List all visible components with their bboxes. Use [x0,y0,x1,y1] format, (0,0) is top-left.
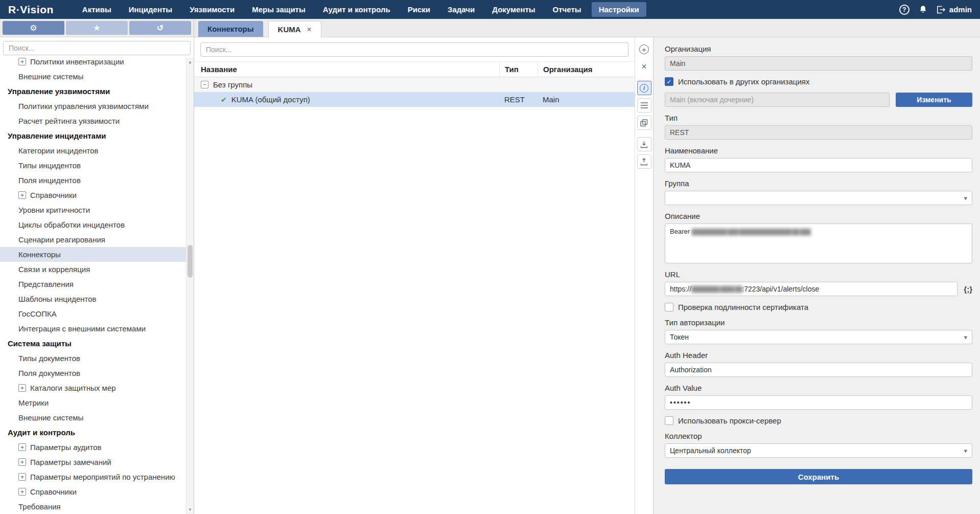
scroll-down-icon[interactable]: ▼ [186,507,194,512]
list-search-input[interactable] [200,42,628,57]
favorites-tab-button[interactable]: ★ [66,21,128,35]
share-org-checkbox-row[interactable]: Использовать в других организациях [665,77,972,86]
nav-item[interactable]: Риски [401,2,437,17]
sidebar-tree-item[interactable]: + Политики управления уязвимостями [0,99,186,114]
nav-item[interactable]: Инциденты [122,2,179,17]
history-tab-button[interactable]: ↺ [129,21,191,35]
sidebar-tree-item[interactable]: + Метрики [0,395,186,410]
tree-item-label: Каталоги защитных мер [30,384,116,392]
user-menu[interactable]: admin [937,5,972,14]
collapse-icon[interactable]: − [201,81,208,88]
cert-checkbox-row[interactable]: Проверка подлинности сертификата [665,303,972,311]
description-textarea[interactable]: Bearer ██████████ ███ ███████████████ ██… [665,224,972,263]
close-tab-icon[interactable]: × [307,26,312,34]
table-icon[interactable] [637,98,651,113]
tab-kuma[interactable]: KUMA × [268,21,321,37]
sidebar-tree-item[interactable]: + Связи и корреляция [0,262,186,277]
shared-check-icon: ✔ [221,96,227,104]
notifications-icon[interactable] [919,5,927,14]
group-select[interactable]: ▾ [665,191,972,205]
nav-item[interactable]: Уязвимости [182,2,242,17]
sidebar-tree-item[interactable]: + ГосСОПКА [0,306,186,321]
sidebar-tree-item[interactable]: + Типы документов [0,351,186,366]
auth-type-select[interactable]: Токен ▾ [665,330,972,344]
sidebar-tree-item[interactable]: + Параметры замечаний [0,455,186,470]
sidebar-tree-item[interactable]: + Типы инцидентов [0,158,186,173]
sidebar-tree-item[interactable]: + Категории инцидентов [0,143,186,158]
connectors-list-panel: Название Тип Организация − Без группы [194,37,635,514]
expand-icon[interactable]: + [18,443,26,451]
logout-icon[interactable] [937,6,945,14]
nav-item[interactable]: Активы [75,2,119,17]
sidebar-tree-item[interactable]: + Параметры мероприятий по устранению [0,470,186,484]
sidebar-tree-item[interactable]: + Параметры аудитов [0,440,186,455]
sidebar-tree-item[interactable]: + Поля инцидентов [0,173,186,188]
sidebar-tree-item[interactable]: + Управление уязвимостями [0,84,186,99]
scrollbar-thumb[interactable] [188,245,193,278]
nav-item[interactable]: Аудит и контроль [316,2,398,17]
auth-header-input[interactable] [665,363,972,377]
expand-icon[interactable]: + [18,58,26,65]
nav-item[interactable]: Настройки [592,2,646,17]
sidebar-tree-item[interactable]: + Шаблоны инцидентов [0,292,186,306]
connector-form-panel: Организация Использовать в других органи… [653,37,980,514]
expand-icon[interactable]: + [18,458,26,466]
name-label: Наименование [665,146,972,155]
expand-icon[interactable]: + [18,488,26,496]
sidebar-tree-item[interactable]: + Каталоги защитных мер [0,381,186,395]
expand-icon[interactable]: + [18,473,26,481]
delete-icon[interactable]: × [637,59,651,74]
import-icon[interactable] [637,137,651,151]
checkbox-icon[interactable] [665,303,673,311]
save-button[interactable]: Сохранить [665,469,972,484]
auth-value-input[interactable] [665,395,972,410]
group-row[interactable]: − Без группы [194,77,635,92]
sidebar-tree-item[interactable]: + Внешние системы [0,69,186,84]
checkbox-icon[interactable] [665,77,673,86]
sidebar-tree-item[interactable]: + Поля документов [0,366,186,381]
nav-item[interactable]: Отчеты [546,2,589,17]
nav-item[interactable]: Задачи [440,2,482,17]
sidebar-tree-item[interactable]: + Справочники [0,484,186,499]
sidebar-tree-item[interactable]: + Требования [0,499,186,514]
variables-icon[interactable]: {;} [964,285,972,294]
tree-item-label: Циклы обработки инцидентов [18,220,125,229]
sidebar-tree-item[interactable]: + Сценарии реагирования [0,232,186,247]
settings-tab-button[interactable]: ⚙ [3,21,64,35]
sidebar-search-input[interactable] [3,41,191,55]
expand-icon[interactable]: + [18,384,26,392]
export-icon[interactable] [637,154,651,169]
info-icon[interactable]: i [637,81,651,95]
name-input[interactable] [665,158,972,172]
change-org-button[interactable]: Изменить [896,93,972,107]
copy-icon[interactable] [637,116,651,130]
column-header-type[interactable]: Тип [499,62,538,77]
table-row[interactable]: ✔ KUMA (общий доступ) REST Main [194,92,635,107]
sidebar-tree-item[interactable]: + Внешние системы [0,410,186,425]
nav-item[interactable]: Документы [485,2,542,17]
add-icon[interactable]: + [637,42,651,56]
proxy-checkbox-row[interactable]: Использовать прокси-сервер [665,416,972,425]
sidebar-tree-item[interactable]: + Уровни критичности [0,203,186,217]
nav-item[interactable]: Меры защиты [245,2,313,17]
help-icon[interactable]: ? [899,5,909,15]
sidebar-tree-item[interactable]: + Циклы обработки инцидентов [0,217,186,232]
collector-select[interactable]: Центральный коллектор ▾ [665,443,972,458]
sidebar-tree-item[interactable]: + Справочники [0,188,186,203]
scroll-up-icon[interactable]: ▲ [186,60,194,64]
sidebar-scrollbar[interactable]: ▲ ▼ [186,58,194,514]
sidebar-tree-item[interactable]: + Управление инцидентами [0,128,186,143]
tab-connectors[interactable]: Коннекторы [198,21,263,37]
checkbox-icon[interactable] [665,416,673,425]
sidebar-tree-item[interactable]: + Система защиты [0,336,186,351]
sidebar-tree-item[interactable]: + Представления [0,277,186,292]
sidebar-tree-item[interactable]: + Аудит и контроль [0,425,186,440]
sidebar-tree-item[interactable]: + Интеграция с внешними системами [0,321,186,336]
url-input[interactable]: https://████████ ████ ██:7223/api/v1/ale… [665,282,958,296]
column-header-name[interactable]: Название [194,62,499,77]
column-header-org[interactable]: Организация [538,62,635,77]
sidebar-tree-item[interactable]: + Коннекторы [0,247,186,262]
expand-icon[interactable]: + [18,191,26,199]
sidebar-tree-item[interactable]: + Политики инвентаризации [0,54,186,69]
sidebar-tree-item[interactable]: + Расчет рейтинга уязвимости [0,114,186,128]
